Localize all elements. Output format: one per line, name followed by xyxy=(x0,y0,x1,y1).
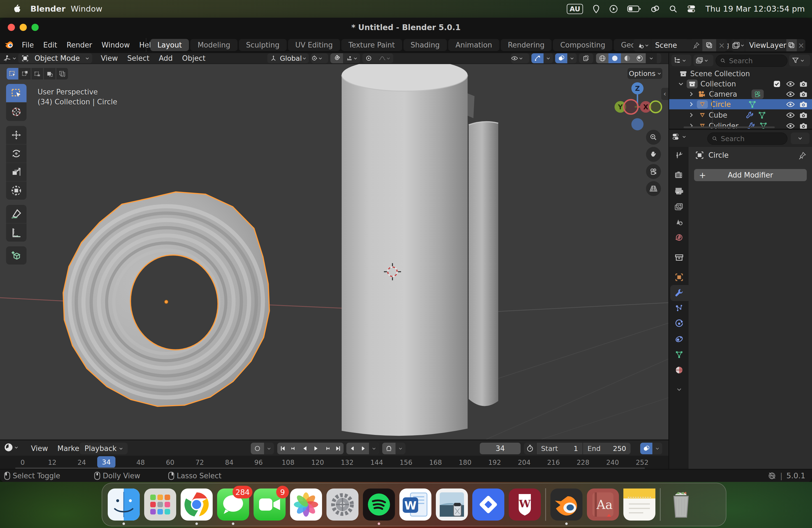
transform-orientation-dropdown[interactable]: Global xyxy=(267,53,309,63)
tab-scene[interactable] xyxy=(673,216,685,228)
tool-scale[interactable] xyxy=(6,163,27,181)
outliner-filter-dropdown[interactable] xyxy=(789,55,810,66)
dock-notes[interactable] xyxy=(623,488,655,520)
gizmo-dropdown[interactable] xyxy=(543,53,553,63)
scene-selector-icon[interactable] xyxy=(633,39,651,52)
workspace-tab-texture-paint[interactable]: Texture Paint xyxy=(342,39,402,51)
timeline-menu-view[interactable]: View xyxy=(26,444,53,453)
delete-scene-button[interactable]: × xyxy=(716,39,727,52)
properties-options-dropdown[interactable] xyxy=(791,133,810,144)
playhead[interactable]: 34 xyxy=(97,456,115,468)
disable-render-camera-icon[interactable] xyxy=(799,112,808,119)
add-modifier-button[interactable]: + Add Modifier xyxy=(694,169,807,181)
shading-material-button[interactable] xyxy=(621,53,633,63)
dock-trash[interactable] xyxy=(665,488,697,520)
control-center-icon[interactable] xyxy=(686,5,696,13)
keying-dropdown[interactable] xyxy=(264,443,274,454)
dock-spotify[interactable] xyxy=(363,488,395,520)
menu-render[interactable]: Render xyxy=(62,41,97,49)
spotlight-search-icon[interactable] xyxy=(669,5,677,13)
outliner-row-collection[interactable]: Collection xyxy=(669,79,812,89)
location-icon[interactable] xyxy=(592,4,600,14)
workspace-tab-compositing[interactable]: Compositing xyxy=(553,39,612,51)
sync-visible-range-toggle[interactable] xyxy=(640,443,652,454)
jump-to-start-button[interactable] xyxy=(277,443,288,454)
outliner-row-cube[interactable]: Cube xyxy=(669,110,812,120)
workspace-tab-animation[interactable]: Animation xyxy=(448,39,499,51)
tab-physics[interactable] xyxy=(673,318,685,330)
scene-name[interactable]: Scene xyxy=(651,39,690,52)
properties-tabs-overflow-chevron[interactable] xyxy=(673,383,685,395)
input-source-badge[interactable]: AU xyxy=(567,4,583,14)
next-keyframe-button[interactable] xyxy=(321,443,333,454)
mesh-data-icon[interactable] xyxy=(758,111,766,120)
menu-file[interactable]: File xyxy=(17,41,39,49)
sync-range-dropdown[interactable] xyxy=(652,443,662,454)
tool-annotate[interactable] xyxy=(6,205,27,223)
dock-chrome[interactable]: 284 xyxy=(180,488,213,520)
select-mode-set[interactable] xyxy=(6,68,18,79)
snap-toggle-button[interactable] xyxy=(330,53,343,63)
dock-word[interactable]: W xyxy=(400,488,431,520)
workspace-tab-uv-editing[interactable]: UV Editing xyxy=(288,39,340,51)
outliner-filter-id-dropdown[interactable] xyxy=(694,55,713,66)
dock-finder[interactable] xyxy=(108,488,140,520)
dock-facetime[interactable]: 9 xyxy=(253,488,286,520)
frame-step-dropdown[interactable] xyxy=(369,443,379,454)
chevron-right-icon[interactable] xyxy=(690,102,693,107)
snap-playhead-dropdown[interactable] xyxy=(395,443,405,454)
hide-eye-icon[interactable] xyxy=(786,91,795,98)
tab-object[interactable] xyxy=(673,271,685,283)
pin-scene-icon[interactable] xyxy=(690,39,702,52)
tab-output[interactable] xyxy=(673,185,685,197)
tab-world[interactable] xyxy=(673,231,685,244)
view-layer-name[interactable]: ViewLayer xyxy=(745,39,786,52)
xray-toggle[interactable] xyxy=(579,53,593,63)
tool-transform[interactable] xyxy=(6,181,27,200)
dock-messages[interactable]: 284 xyxy=(217,488,249,520)
tab-render[interactable] xyxy=(673,169,685,181)
battery-icon[interactable] xyxy=(627,5,641,12)
mode-dropdown[interactable]: Object Mode xyxy=(18,53,92,63)
play-reverse-button[interactable] xyxy=(300,443,310,454)
tab-constraints[interactable] xyxy=(673,333,685,345)
proportional-falloff-dropdown[interactable] xyxy=(375,53,393,63)
tool-rotate[interactable] xyxy=(6,144,27,163)
dock-photos[interactable] xyxy=(290,488,322,520)
workspace-tab-layout[interactable]: Layout xyxy=(150,39,189,51)
workspace-tab-rendering[interactable]: Rendering xyxy=(501,39,552,51)
outliner-row-circle[interactable]: Circle xyxy=(669,99,812,109)
hide-eye-icon[interactable] xyxy=(786,112,795,119)
tab-material[interactable] xyxy=(673,364,685,376)
breadcrumb-object-name[interactable]: Circle xyxy=(708,151,729,159)
blender-logo-icon[interactable] xyxy=(4,41,14,49)
properties-search-input[interactable] xyxy=(720,134,787,143)
properties-search[interactable] xyxy=(707,133,787,145)
menu-window[interactable]: Window xyxy=(97,41,134,49)
select-mode-intersect[interactable] xyxy=(56,68,68,79)
object-visibility-dropdown[interactable] xyxy=(511,53,529,63)
navigation-gizmo[interactable]: Z Y X xyxy=(611,80,666,135)
hide-eye-icon[interactable] xyxy=(786,122,795,129)
modifier-wrench-icon[interactable] xyxy=(745,111,754,119)
menubar-clock[interactable]: Thu 19 Mar 12:03:54 pm xyxy=(706,4,805,14)
tool-move[interactable] xyxy=(6,126,27,144)
mesh-data-icon[interactable] xyxy=(748,100,757,109)
pan-view-button[interactable] xyxy=(646,147,661,162)
viewport-menu-add[interactable]: Add xyxy=(154,54,177,62)
outliner-row-scene-collection[interactable]: Scene Collection xyxy=(669,69,812,79)
hide-eye-icon[interactable] xyxy=(786,80,795,88)
hotspot-link-icon[interactable] xyxy=(650,5,660,13)
hide-eye-icon[interactable] xyxy=(786,101,795,108)
tool-cursor[interactable] xyxy=(6,103,27,121)
dock-blender[interactable] xyxy=(550,488,582,520)
dock-settings[interactable] xyxy=(327,488,359,520)
tab-tool[interactable] xyxy=(673,149,685,161)
shading-dropdown[interactable] xyxy=(646,53,657,63)
menubar-window-menu[interactable]: Window xyxy=(71,0,102,18)
delete-view-layer-button[interactable]: × xyxy=(797,39,806,52)
show-gizmo-toggle[interactable] xyxy=(532,53,543,63)
disable-render-camera-icon[interactable] xyxy=(799,122,808,129)
chevron-right-icon[interactable] xyxy=(690,92,693,97)
shading-rendered-button[interactable] xyxy=(633,53,646,63)
